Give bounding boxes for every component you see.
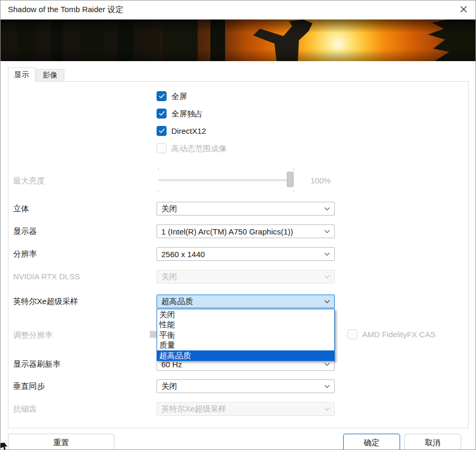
- brightness-label: 最大亮度: [13, 176, 45, 186]
- chevron-down-icon: [324, 230, 330, 233]
- brightness-slider-thumb: [287, 172, 294, 187]
- hdr-label: 高动态范围成像: [171, 143, 227, 153]
- antialiasing-label: 抗锯齿: [13, 404, 37, 414]
- fullscreen-label: 全屏: [171, 91, 187, 101]
- directx12-checkbox[interactable]: [157, 126, 167, 136]
- checkbox-row-exclusive-fullscreen[interactable]: 全屏独占: [157, 109, 203, 119]
- checkmark-icon: [159, 92, 165, 101]
- xess-dropdown-list: 关闭 性能 平衡 质量 超高品质: [157, 309, 335, 361]
- reset-button[interactable]: 重置: [8, 434, 114, 450]
- directx12-label: DirectX12: [171, 126, 206, 136]
- checkmark-icon: [159, 126, 165, 135]
- close-icon: [460, 6, 467, 14]
- ok-button[interactable]: 确定: [343, 434, 400, 450]
- resolution-label: 分辨率: [13, 249, 37, 259]
- checkbox-row-fullscreen[interactable]: 全屏: [157, 91, 187, 101]
- resolution-scale-slider-thumb: [150, 331, 157, 338]
- settings-dialog: Shadow of the Tomb Raider 设定 显示 影像 全屏: [0, 0, 476, 450]
- title-bar: Shadow of the Tomb Raider 设定: [1, 1, 475, 19]
- chevron-down-icon: [324, 207, 330, 211]
- stereo-value: 关闭: [161, 204, 177, 214]
- brightness-value: 100%: [310, 176, 331, 185]
- slider-tick: [294, 190, 294, 192]
- xess-option-performance[interactable]: 性能: [157, 319, 334, 329]
- chevron-down-icon: [324, 252, 330, 256]
- brightness-slider-track: [158, 179, 294, 181]
- stereo-label: 立体: [13, 204, 29, 214]
- monitor-value: 1 (Intel(R) Arc(TM) A750 Graphics(1)): [161, 227, 293, 236]
- mouse-cursor: [1, 443, 7, 450]
- stereo-combobox[interactable]: 关闭: [157, 202, 335, 216]
- dlss-value: 关闭: [161, 272, 177, 282]
- monitor-combobox[interactable]: 1 (Intel(R) Arc(TM) A750 Graphics(1)): [157, 224, 335, 238]
- exclusive-fullscreen-checkbox[interactable]: [157, 109, 167, 119]
- vsync-value: 关闭: [161, 381, 177, 392]
- tab-display[interactable]: 显示: [8, 67, 35, 82]
- checkbox-row-hdr: 高动态范围成像: [157, 143, 227, 153]
- cancel-button[interactable]: 取消: [404, 434, 461, 450]
- amd-cas-label: AMD FidelityFX CAS: [362, 329, 435, 339]
- resolution-combobox[interactable]: 2560 x 1440: [157, 247, 335, 261]
- slider-tick: [158, 168, 159, 171]
- xess-combobox[interactable]: 超高品质: [157, 295, 335, 308]
- vsync-combobox[interactable]: 关闭: [157, 379, 335, 393]
- banner-vignette: [1, 19, 475, 61]
- fullscreen-checkbox[interactable]: [157, 91, 167, 101]
- xess-option-balanced[interactable]: 平衡: [157, 330, 334, 340]
- window-title: Shadow of the Tomb Raider 设定: [8, 5, 123, 15]
- chevron-down-icon: [324, 385, 330, 388]
- refresh-rate-label: 显示器刷新率: [13, 359, 61, 369]
- resolution-value: 2560 x 1440: [161, 250, 205, 259]
- chevron-down-icon: [324, 275, 330, 279]
- xess-option-quality[interactable]: 质量: [157, 340, 334, 350]
- chevron-down-icon: [324, 300, 330, 304]
- tab-video[interactable]: 影像: [36, 69, 64, 81]
- antialiasing-value: 英特尔Xe超级采样: [161, 404, 226, 414]
- dlss-label: NVIDIA RTX DLSS: [13, 272, 80, 281]
- checkbox-row-amd-cas: AMD FidelityFX CAS: [347, 329, 435, 339]
- slider-tick: [158, 190, 159, 192]
- resolution-scale-label: 调整分辨率: [13, 330, 53, 340]
- slider-tick: [294, 168, 294, 171]
- game-banner-art: [1, 19, 475, 61]
- vsync-label: 垂直同步: [13, 381, 45, 392]
- amd-cas-checkbox: [347, 329, 357, 339]
- exclusive-fullscreen-label: 全屏独占: [171, 109, 203, 119]
- checkmark-icon: [159, 109, 165, 118]
- refresh-rate-value: 60 Hz: [161, 360, 182, 369]
- chevron-down-icon: [324, 407, 330, 411]
- xess-value: 超高品质: [161, 297, 193, 307]
- xess-option-ultra-quality[interactable]: 超高品质: [157, 350, 334, 360]
- xess-label: 英特尔Xe超级采样: [13, 297, 78, 307]
- antialiasing-combobox: 英特尔Xe超级采样: [157, 402, 335, 416]
- checkbox-row-directx12[interactable]: DirectX12: [157, 126, 206, 136]
- chevron-down-icon: [324, 363, 330, 366]
- dlss-combobox: 关闭: [157, 270, 335, 283]
- xess-option-off[interactable]: 关闭: [157, 309, 334, 319]
- monitor-label: 显示器: [13, 227, 37, 237]
- close-button[interactable]: [451, 1, 475, 19]
- hdr-checkbox: [157, 143, 167, 153]
